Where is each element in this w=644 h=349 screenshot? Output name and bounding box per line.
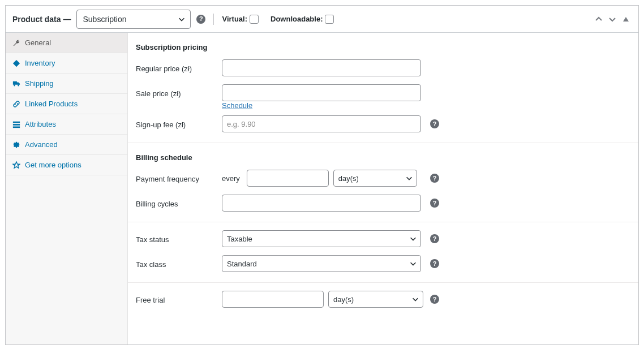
virtual-toggle: Virtual: — [222, 13, 260, 25]
tab-inventory[interactable]: Inventory — [6, 53, 127, 74]
free-trial-input[interactable] — [222, 291, 324, 308]
help-icon[interactable]: ? — [430, 119, 439, 128]
section-subscription-pricing: Subscription pricing Regular price (zł) … — [128, 33, 638, 143]
field-signup-fee: Sign-up fee (zł) ? — [136, 115, 630, 132]
section-free-trial: Free trial day(s) ? — [128, 283, 638, 318]
regular-price-input[interactable] — [222, 59, 421, 76]
svg-rect-4 — [13, 126, 20, 128]
field-tax-status: Tax status Taxable ? — [136, 230, 630, 247]
product-data-panel: Product data — Subscription ? Virtual: D… — [5, 5, 639, 345]
tab-get-more-options[interactable]: Get more options — [6, 155, 127, 175]
field-tax-class: Tax class Standard ? — [136, 255, 630, 272]
payment-frequency-input[interactable] — [247, 170, 329, 187]
section-billing-schedule: Billing schedule Payment frequency every… — [128, 143, 638, 222]
wrench-icon — [12, 39, 20, 47]
tab-label: General — [25, 38, 51, 47]
field-label: Sale price (zł) — [136, 88, 222, 98]
tab-shipping[interactable]: Shipping — [6, 74, 127, 94]
tab-label: Attributes — [25, 120, 56, 128]
tab-linked-products[interactable]: Linked Products — [6, 94, 127, 114]
help-icon[interactable]: ? — [430, 234, 439, 243]
help-icon[interactable]: ? — [430, 199, 439, 208]
tab-label: Inventory — [25, 59, 55, 67]
tab-label: Linked Products — [25, 100, 78, 108]
tax-status-select-wrap: Taxable — [222, 230, 421, 247]
virtual-label: Virtual: — [222, 15, 247, 23]
field-label: Free trial — [136, 295, 222, 304]
gear-icon — [12, 141, 20, 149]
field-payment-frequency: Payment frequency every day(s) — [136, 170, 630, 187]
panel-body: General Inventory Shipping Linked Produc… — [6, 33, 638, 344]
help-icon[interactable]: ? — [430, 174, 439, 183]
field-regular-price: Regular price (zł) — [136, 59, 630, 76]
move-down-button[interactable] — [606, 12, 619, 26]
billing-cycles-input[interactable] — [222, 195, 421, 212]
diamond-icon — [12, 59, 20, 67]
tax-class-select[interactable]: Standard — [222, 256, 420, 272]
truck-icon — [12, 80, 20, 88]
tab-label: Advanced — [25, 140, 58, 149]
field-label: Billing cycles — [136, 199, 222, 208]
tab-advanced[interactable]: Advanced — [6, 135, 127, 155]
schedule-link-row: Schedule — [222, 101, 630, 110]
free-trial-unit-select[interactable]: day(s) — [329, 291, 423, 307]
section-tax: Tax status Taxable ? — [128, 222, 638, 283]
field-label: Sign-up fee (zł) — [136, 119, 222, 129]
field-free-trial: Free trial day(s) ? — [136, 291, 630, 308]
schedule-link[interactable]: Schedule — [222, 101, 252, 110]
panel-header: Product data — Subscription ? Virtual: D… — [6, 6, 638, 33]
star-icon — [12, 161, 20, 169]
help-icon[interactable]: ? — [430, 295, 439, 304]
side-tabs: General Inventory Shipping Linked Produc… — [6, 33, 128, 344]
downloadable-label: Downloadable: — [271, 15, 323, 23]
svg-rect-3 — [13, 124, 20, 126]
downloadable-toggle: Downloadable: — [271, 13, 336, 25]
product-type-select-wrap: Subscription — [76, 10, 191, 29]
move-up-button[interactable] — [592, 12, 606, 26]
section-title: Subscription pricing — [136, 43, 630, 51]
tab-label: Get more options — [25, 161, 81, 169]
free-trial-unit-wrap: day(s) — [328, 291, 423, 308]
list-icon — [12, 120, 20, 128]
tax-class-select-wrap: Standard — [222, 255, 421, 272]
tax-status-select[interactable]: Taxable — [222, 231, 420, 247]
help-icon[interactable]: ? — [430, 259, 439, 268]
svg-rect-2 — [13, 121, 20, 123]
svg-marker-1 — [13, 59, 20, 66]
field-label: Tax class — [136, 259, 222, 269]
tab-general[interactable]: General — [6, 33, 127, 53]
toggle-panel-button[interactable] — [619, 12, 633, 26]
signup-fee-input[interactable] — [222, 115, 421, 132]
section-title: Billing schedule — [136, 153, 630, 162]
svg-marker-5 — [13, 161, 20, 167]
svg-marker-0 — [623, 17, 629, 21]
tab-label: Shipping — [25, 79, 54, 88]
field-label: Regular price (zł) — [136, 63, 222, 73]
tab-content: Subscription pricing Regular price (zł) … — [128, 33, 638, 344]
downloadable-checkbox[interactable] — [325, 15, 334, 24]
field-label: Tax status — [136, 234, 222, 244]
field-billing-cycles: Billing cycles ? — [136, 195, 630, 212]
product-type-select[interactable]: Subscription — [77, 10, 190, 28]
payment-frequency-unit-select[interactable]: day(s) — [334, 170, 417, 186]
help-icon[interactable]: ? — [196, 15, 205, 24]
virtual-checkbox[interactable] — [250, 15, 259, 24]
field-sale-price: Sale price (zł) — [136, 84, 630, 101]
panel-title: Product data — — [12, 15, 71, 24]
link-icon — [12, 100, 20, 108]
tab-attributes[interactable]: Attributes — [6, 114, 127, 135]
field-label: Payment frequency — [136, 174, 222, 183]
separator — [213, 14, 214, 25]
payment-frequency-unit-wrap: day(s) — [333, 170, 417, 187]
sale-price-input[interactable] — [222, 84, 421, 101]
every-text: every — [222, 174, 240, 183]
